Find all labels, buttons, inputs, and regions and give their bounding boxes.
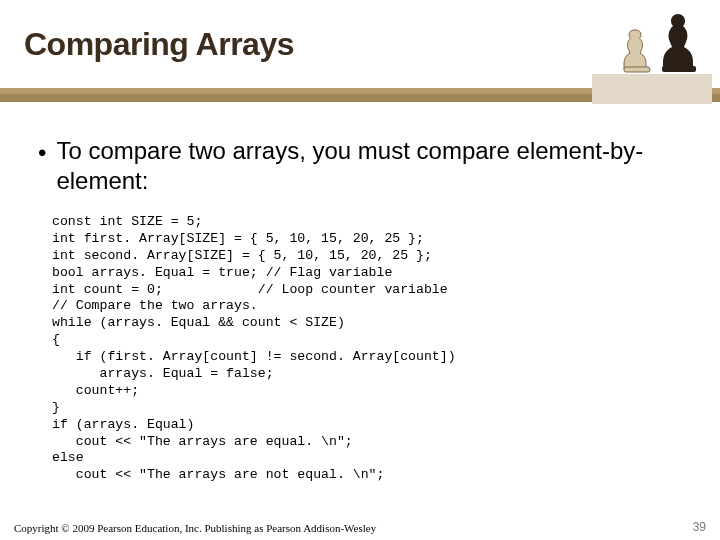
bullet-item: • To compare two arrays, you must compar… [38, 136, 682, 196]
slide-footer: Copyright © 2009 Pearson Education, Inc.… [0, 520, 720, 534]
copyright-text: Copyright © 2009 Pearson Education, Inc.… [14, 522, 376, 534]
bullet-text: To compare two arrays, you must compare … [56, 136, 682, 196]
svg-rect-2 [624, 67, 650, 72]
bullet-dot: • [38, 138, 46, 168]
slide-body: • To compare two arrays, you must compar… [0, 108, 720, 484]
slide: Comparing Arrays • To compare two arrays… [0, 0, 720, 540]
svg-rect-1 [662, 66, 696, 72]
slide-title: Comparing Arrays [24, 26, 294, 63]
svg-rect-0 [592, 74, 712, 104]
chess-image [592, 4, 712, 104]
page-number: 39 [693, 520, 706, 534]
slide-header: Comparing Arrays [0, 0, 720, 108]
code-block: const int SIZE = 5; int first. Array[SIZ… [52, 214, 682, 484]
